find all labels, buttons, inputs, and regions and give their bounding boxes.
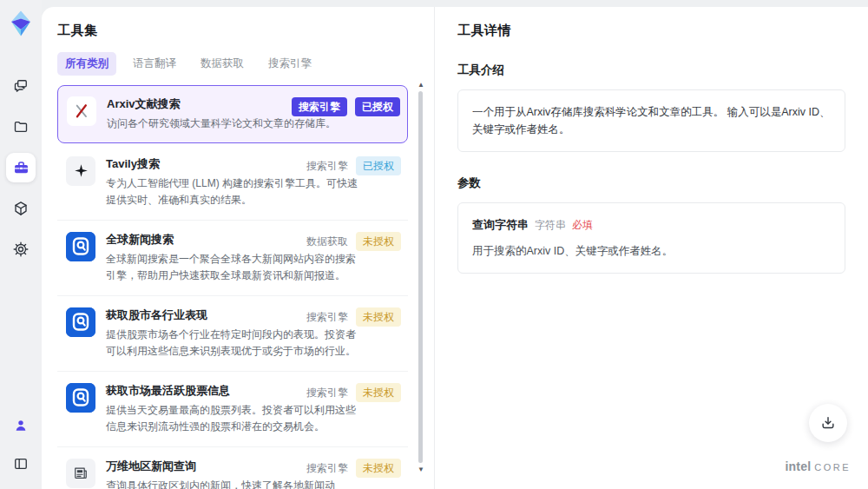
scroll-down-arrow[interactable]: ▼ [418, 466, 424, 473]
tool-list-item[interactable]: 获取市场最活跃股票信息提供当天交易量最高的股票列表。投资者可以利用这些信息来识别… [57, 372, 408, 447]
brand-intel-text: intel [785, 459, 811, 473]
blue-search-icon [66, 383, 95, 413]
tab-0[interactable]: 所有类别 [57, 52, 116, 76]
intro-heading: 工具介绍 [457, 63, 845, 78]
sidebar-item-user[interactable] [6, 411, 36, 440]
tool-list: Arxiv文献搜索访问各个研究领域大量科学论文和文章的存储库。搜索引擎已授权Ta… [57, 85, 408, 489]
param-box: 查询字符串 字符串 必填 用于搜索的Arxiv ID、关键字或作者姓名。 [457, 202, 845, 274]
category-badge: 搜索引擎 [306, 307, 348, 327]
detail-title: 工具详情 [457, 23, 845, 39]
main-surface: 工具集 所有类别语言翻译数据获取搜索引擎 Arxiv文献搜索访问各个研究领域大量… [42, 7, 868, 489]
category-badge: 搜索引擎 [292, 97, 347, 116]
auth-status-badge: 未授权 [356, 307, 401, 327]
param-name: 查询字符串 [472, 216, 529, 235]
arxiv-icon [67, 96, 96, 126]
page-title: 工具集 [57, 23, 408, 39]
tool-description: 提供股票市场各个行业在特定时间段内的表现。投资者可以利用这些信息来识别表现优于或… [106, 327, 365, 360]
tool-badges: 搜索引擎未授权 [306, 383, 401, 402]
tool-description: 专为人工智能代理 (LLM) 构建的搜索引擎工具。可快速提供实时、准确和真实的结… [106, 175, 365, 208]
tavily-icon [66, 156, 95, 186]
app-logo[interactable] [6, 9, 36, 38]
toolbox-icon [12, 159, 30, 177]
category-badge: 搜索引擎 [306, 156, 348, 175]
tool-list-item[interactable]: Arxiv文献搜索访问各个研究领域大量科学论文和文章的存储库。搜索引擎已授权 [57, 85, 408, 143]
category-badge: 搜索引擎 [306, 383, 348, 402]
tool-description: 访问各个研究领域大量科学论文和文章的存储库。 [107, 116, 336, 132]
tool-badges: 搜索引擎未授权 [306, 459, 401, 478]
intel-core-logo: intelcore [785, 459, 851, 473]
sidebar-item-folder[interactable] [6, 112, 36, 142]
scroll-up-arrow[interactable]: ▲ [418, 82, 424, 89]
tool-list-panel: 工具集 所有类别语言翻译数据获取搜索引擎 Arxiv文献搜索访问各个研究领域大量… [42, 7, 434, 489]
sidebar-item-panel-toggle[interactable] [6, 449, 36, 479]
tool-description: 提供当天交易量最高的股票列表。投资者可以利用这些信息来识别流动性强的股票和潜在的… [106, 402, 365, 435]
tool-list-item[interactable]: 全球新闻搜索全球新闻搜索是一个聚合全球各大新闻网站内容的搜索引擎，帮助用户快速获… [57, 221, 408, 296]
brand-core-text: core [814, 462, 851, 472]
tool-badges: 数据获取未授权 [306, 232, 401, 251]
sidebar-bottom [6, 411, 36, 479]
download-icon [819, 414, 837, 432]
params-heading: 参数 [457, 175, 845, 191]
param-description: 用于搜索的Arxiv ID、关键字或作者姓名。 [472, 242, 831, 260]
tool-description: 全球新闻搜索是一个聚合全球各大新闻网站内容的搜索引擎，帮助用户快速获取全球最新资… [106, 251, 365, 284]
tool-description: 查询具体行政区划内的新闻，快速了解各地新闻动 [106, 478, 335, 489]
settings-icon [12, 241, 30, 258]
sidebar-item-cube[interactable] [6, 194, 36, 223]
sidebar-item-chat[interactable] [6, 71, 36, 101]
blue-search-icon [66, 307, 95, 337]
auth-status-badge: 未授权 [356, 232, 401, 251]
tab-1[interactable]: 语言翻译 [125, 52, 184, 76]
param-required-badge: 必填 [572, 217, 593, 234]
param-head: 查询字符串 字符串 必填 [472, 216, 831, 235]
param-type: 字符串 [535, 217, 566, 234]
tool-detail-panel: 工具详情 工具介绍 一个用于从Arxiv存储库搜索科学论文和文章的工具。 输入可… [434, 7, 868, 489]
folder-icon [12, 118, 30, 135]
intro-box: 一个用于从Arxiv存储库搜索科学论文和文章的工具。 输入可以是Arxiv ID… [457, 89, 845, 152]
auth-status-badge: 已授权 [356, 156, 401, 175]
tool-badges: 搜索引擎已授权 [306, 156, 401, 175]
auth-status-badge: 已授权 [355, 97, 400, 116]
tool-badges: 搜索引擎未授权 [306, 307, 401, 327]
download-button[interactable] [809, 404, 847, 442]
auth-status-badge: 未授权 [356, 459, 401, 478]
cube-icon [12, 200, 30, 217]
tab-3[interactable]: 搜索引擎 [260, 52, 319, 76]
auth-status-badge: 未授权 [356, 383, 401, 402]
user-icon [13, 418, 29, 433]
tool-title: 万维地区新闻查询 [106, 459, 335, 473]
newspaper-icon [66, 459, 95, 488]
tool-badges: 搜索引擎已授权 [292, 97, 400, 116]
list-scrollbar[interactable] [418, 91, 423, 463]
sidebar-item-toolbox[interactable] [6, 153, 36, 182]
sidebar-nav [6, 71, 36, 264]
tool-list-item[interactable]: 获取股市各行业表现提供股票市场各个行业在特定时间段内的表现。投资者可以利用这些信… [57, 296, 408, 372]
tool-list-item[interactable]: 万维地区新闻查询查询具体行政区划内的新闻，快速了解各地新闻动搜索引擎未授权 [57, 447, 408, 489]
app-sidebar [0, 0, 42, 489]
category-badge: 数据获取 [306, 232, 348, 251]
category-tabs: 所有类别语言翻译数据获取搜索引擎 [57, 52, 408, 76]
intro-text: 一个用于从Arxiv存储库搜索科学论文和文章的工具。 输入可以是Arxiv ID… [472, 106, 831, 135]
blue-search-icon [66, 232, 95, 261]
chat-icon [12, 77, 30, 95]
tab-2[interactable]: 数据获取 [193, 52, 252, 76]
tool-list-item[interactable]: Tavily搜索专为人工智能代理 (LLM) 构建的搜索引擎工具。可快速提供实时… [57, 145, 408, 221]
panel-toggle-icon [12, 455, 30, 472]
sidebar-item-settings[interactable] [6, 235, 36, 264]
category-badge: 搜索引擎 [306, 459, 348, 478]
